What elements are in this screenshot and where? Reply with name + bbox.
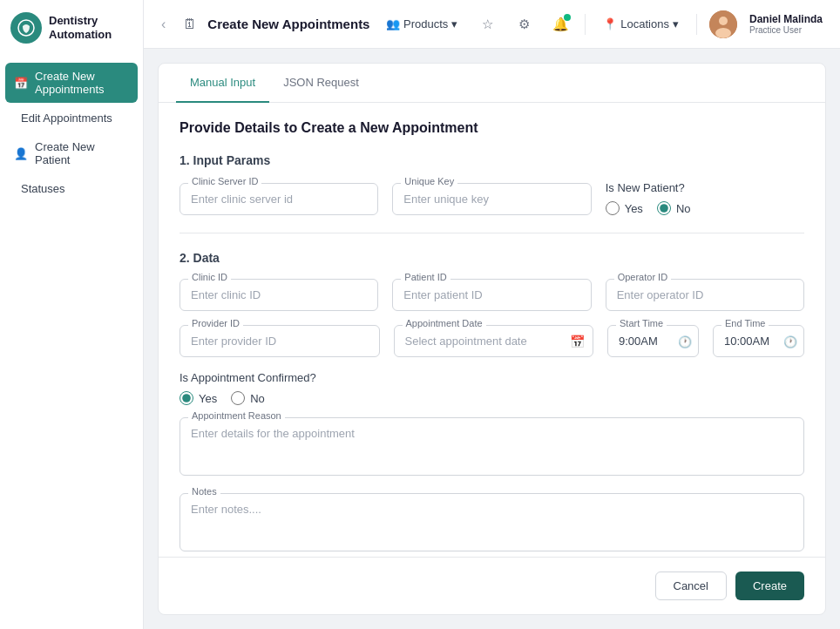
chevron-down-icon-2: ▾ xyxy=(673,17,679,30)
operator-id-field: Operator ID xyxy=(606,279,804,311)
appointment-date-input[interactable] xyxy=(394,325,594,357)
appointment-reason-wrapper: Appointment Reason xyxy=(180,417,804,479)
end-time-label: End Time xyxy=(721,318,769,328)
main-area: ‹ 🗓 Create New Appointments 👥 Products ▾… xyxy=(144,0,840,629)
notes-label: Notes xyxy=(188,486,220,497)
is-new-patient-yes-radio[interactable] xyxy=(606,201,620,215)
confirmed-no[interactable]: No xyxy=(231,391,265,405)
clinic-id-input[interactable] xyxy=(180,279,378,311)
data-row-1: Clinic ID Patient ID Operator ID xyxy=(180,279,804,311)
form-body: Provide Details to Create a New Appointm… xyxy=(159,103,825,557)
sidebar-nav: 📅 Create New Appointments Edit Appointme… xyxy=(0,56,143,209)
is-confirmed-section: Is Appointment Confirmed? Yes No xyxy=(180,371,804,405)
topbar: ‹ 🗓 Create New Appointments 👥 Products ▾… xyxy=(144,0,840,49)
user-info: Daniel Malinda Practice User xyxy=(749,13,823,35)
logo: DentistryAutomation xyxy=(0,0,143,56)
section-divider xyxy=(180,233,804,233)
end-time-input[interactable] xyxy=(713,325,804,357)
notification-button[interactable]: 🔔 xyxy=(548,12,572,37)
input-params-row: Clinic Server ID Unique Key Is New Patie… xyxy=(180,181,804,215)
page-icon: 🗓 xyxy=(183,17,197,32)
content-area: Manual Input JSON Request Provide Detail… xyxy=(144,49,840,629)
is-new-patient-group: Is New Patient? Yes No xyxy=(606,181,804,215)
clinic-server-id-input[interactable] xyxy=(180,183,378,215)
divider xyxy=(585,14,586,35)
confirmed-yes-radio[interactable] xyxy=(180,391,193,405)
end-time-field: End Time 🕐 xyxy=(713,325,804,357)
notes-input[interactable] xyxy=(180,493,804,551)
sidebar-item-create-patient[interactable]: 👤 Create New Patient xyxy=(5,133,138,173)
section1-title: 1. Input Params xyxy=(180,153,804,167)
sidebar: DentistryAutomation 📅 Create New Appoint… xyxy=(0,0,144,629)
is-new-patient-no[interactable]: No xyxy=(657,201,691,215)
person-icon: 👤 xyxy=(14,147,28,160)
data-row-2: Provider ID Appointment Date 📅 Start Tim… xyxy=(180,325,804,357)
confirmed-no-radio[interactable] xyxy=(231,391,245,405)
appointment-reason-input[interactable] xyxy=(180,417,804,476)
notes-wrapper: Notes xyxy=(180,493,804,555)
provider-id-label: Provider ID xyxy=(188,318,243,328)
sidebar-item-edit-appointments[interactable]: Edit Appointments xyxy=(5,105,138,132)
is-new-patient-yes[interactable]: Yes xyxy=(606,201,643,215)
is-confirmed-label: Is Appointment Confirmed? xyxy=(180,371,804,384)
patient-id-field: Patient ID xyxy=(392,279,591,311)
unique-key-input[interactable] xyxy=(392,183,591,215)
start-time-field: Start Time 🕐 xyxy=(607,325,699,357)
svg-point-3 xyxy=(715,28,731,38)
section2-title: 2. Data xyxy=(180,251,804,265)
sidebar-item-create-appointments[interactable]: 📅 Create New Appointments xyxy=(5,63,138,103)
create-button[interactable]: Create xyxy=(735,572,804,600)
appointment-reason-label: Appointment Reason xyxy=(188,410,285,421)
start-time-label: Start Time xyxy=(616,318,667,328)
products-icon: 👥 xyxy=(386,17,400,30)
svg-point-2 xyxy=(719,17,728,25)
start-time-input[interactable] xyxy=(607,325,699,357)
clinic-server-id-field: Clinic Server ID xyxy=(180,183,378,215)
avatar xyxy=(709,10,737,38)
appointment-date-field: Appointment Date 📅 xyxy=(394,325,594,357)
appointment-date-label: Appointment Date xyxy=(403,318,486,328)
is-new-patient-no-radio[interactable] xyxy=(657,201,671,215)
page-title: Create New Appointments xyxy=(207,17,370,31)
cancel-button[interactable]: Cancel xyxy=(655,572,727,600)
location-icon: 📍 xyxy=(603,17,617,30)
form-title: Provide Details to Create a New Appointm… xyxy=(180,120,804,136)
clinic-server-id-label: Clinic Server ID xyxy=(188,176,261,186)
user-name: Daniel Malinda xyxy=(749,13,823,25)
notification-badge xyxy=(564,14,571,21)
settings-button[interactable]: ⚙ xyxy=(511,12,536,37)
operator-id-input[interactable] xyxy=(606,279,804,311)
topbar-actions: 👥 Products ▾ ☆ ⚙ 🔔 📍 Locations ▾ xyxy=(381,10,823,38)
operator-id-label: Operator ID xyxy=(614,272,671,282)
is-new-patient-radio-group: Yes No xyxy=(606,201,804,215)
content-card: Manual Input JSON Request Provide Detail… xyxy=(158,63,826,615)
locations-button[interactable]: 📍 Locations ▾ xyxy=(598,14,684,34)
logo-icon xyxy=(10,12,42,44)
products-button[interactable]: 👥 Products ▾ xyxy=(381,14,463,34)
is-new-patient-label: Is New Patient? xyxy=(606,181,804,194)
confirmed-yes[interactable]: Yes xyxy=(180,391,217,405)
divider-2 xyxy=(696,14,697,35)
unique-key-label: Unique Key xyxy=(401,176,457,186)
user-role: Practice User xyxy=(749,25,823,35)
tab-json-request[interactable]: JSON Request xyxy=(269,64,373,103)
unique-key-field: Unique Key xyxy=(392,183,591,215)
form-footer: Cancel Create xyxy=(159,557,825,614)
app-name: DentistryAutomation xyxy=(49,14,112,41)
patient-id-label: Patient ID xyxy=(401,272,450,282)
patient-id-input[interactable] xyxy=(392,279,591,311)
sidebar-item-statuses[interactable]: Statuses xyxy=(5,175,138,202)
tab-manual-input[interactable]: Manual Input xyxy=(176,64,269,103)
chevron-down-icon: ▾ xyxy=(451,17,457,30)
provider-id-input[interactable] xyxy=(180,325,380,357)
collapse-button[interactable]: ‹ xyxy=(161,17,166,32)
clinic-id-label: Clinic ID xyxy=(188,272,231,282)
calendar-icon: 📅 xyxy=(14,77,28,90)
is-confirmed-radio-group: Yes No xyxy=(180,391,804,405)
star-button[interactable]: ☆ xyxy=(475,12,499,37)
clinic-id-field: Clinic ID xyxy=(180,279,378,311)
tabs: Manual Input JSON Request xyxy=(159,64,825,103)
provider-id-field: Provider ID xyxy=(180,325,380,357)
